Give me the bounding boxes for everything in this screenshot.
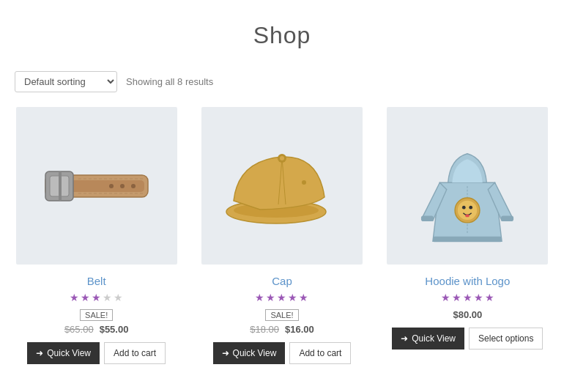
- arrow-icon: ➜: [36, 348, 43, 358]
- svg-point-6: [120, 184, 125, 188]
- add-to-cart-button-cap[interactable]: Add to cart: [289, 342, 351, 364]
- star-4: ★: [288, 292, 297, 303]
- svg-point-18: [462, 205, 466, 209]
- quick-view-button-cap[interactable]: ➜ Quick View: [213, 342, 286, 364]
- svg-point-19: [470, 205, 473, 209]
- star-1: ★: [70, 292, 79, 303]
- product-name-hoodie[interactable]: Hoodie with Logo: [425, 275, 510, 287]
- star-5: ★: [114, 292, 123, 303]
- svg-point-20: [465, 214, 470, 217]
- quick-view-button-hoodie[interactable]: ➜ Quick View: [392, 328, 464, 350]
- price-wrap-cap: $18.00 $16.00: [250, 324, 314, 335]
- svg-rect-4: [59, 171, 62, 201]
- product-image-cap: [201, 107, 363, 265]
- card-actions-belt: ➜ Quick View Add to cart: [11, 342, 182, 364]
- product-stars-hoodie: ★ ★ ★ ★ ★: [441, 292, 494, 303]
- star-3: ★: [92, 292, 101, 303]
- star-1: ★: [441, 292, 450, 303]
- star-5: ★: [485, 292, 494, 303]
- page-title: Shop: [0, 0, 564, 64]
- select-options-button-hoodie[interactable]: Select options: [469, 328, 543, 350]
- quick-view-button-belt[interactable]: ➜ Quick View: [27, 342, 100, 364]
- star-4: ★: [474, 292, 483, 303]
- product-card-cap: Cap ★ ★ ★ ★ ★ SALE! $18.00 $16.00 ➜ Quic…: [196, 107, 367, 364]
- sale-badge-belt: SALE!: [80, 309, 113, 321]
- svg-point-13: [280, 156, 284, 160]
- svg-point-5: [109, 184, 114, 188]
- product-name-cap[interactable]: Cap: [272, 275, 292, 287]
- star-3: ★: [277, 292, 286, 303]
- star-1: ★: [255, 292, 264, 303]
- star-3: ★: [463, 292, 472, 303]
- star-2: ★: [266, 292, 275, 303]
- price-single-hoodie: $80.00: [453, 309, 482, 320]
- price-new-belt: $55.00: [100, 324, 129, 335]
- toolbar: Default sortingSort by popularitySort by…: [0, 64, 564, 107]
- quick-view-label: Quick View: [47, 348, 91, 358]
- product-name-belt[interactable]: Belt: [87, 275, 106, 287]
- product-card-hoodie: Hoodie with Logo ★ ★ ★ ★ ★ $80.00 ➜ Quic…: [382, 107, 553, 364]
- star-2: ★: [452, 292, 461, 303]
- price-old-cap: $18.00: [250, 324, 279, 335]
- price-new-cap: $16.00: [285, 324, 314, 335]
- card-actions-hoodie: ➜ Quick View Select options: [382, 328, 553, 350]
- star-4: ★: [103, 292, 112, 303]
- add-to-cart-button-belt[interactable]: Add to cart: [104, 342, 166, 364]
- product-image-hoodie: [387, 107, 548, 265]
- star-5: ★: [299, 292, 308, 303]
- svg-rect-23: [433, 236, 502, 242]
- card-actions-cap: ➜ Quick View Add to cart: [196, 342, 367, 364]
- product-stars-belt: ★ ★ ★ ★ ★: [70, 292, 123, 303]
- results-count: Showing all 8 results: [126, 76, 213, 87]
- svg-rect-22: [501, 215, 513, 221]
- sale-badge-cap: SALE!: [265, 309, 298, 321]
- product-card-belt: Belt ★ ★ ★ ★ ★ SALE! $65.00 $55.00 ➜ Qui…: [11, 107, 182, 364]
- svg-point-14: [302, 180, 306, 185]
- star-2: ★: [81, 292, 90, 303]
- product-image-belt: [16, 107, 177, 265]
- arrow-icon: ➜: [222, 348, 229, 358]
- product-stars-cap: ★ ★ ★ ★ ★: [255, 292, 308, 303]
- products-grid: Belt ★ ★ ★ ★ ★ SALE! $65.00 $55.00 ➜ Qui…: [0, 107, 564, 386]
- sort-select[interactable]: Default sortingSort by popularitySort by…: [15, 71, 117, 92]
- price-old-belt: $65.00: [64, 324, 94, 335]
- quick-view-label: Quick View: [233, 348, 277, 358]
- svg-rect-21: [421, 215, 434, 221]
- arrow-icon: ➜: [401, 333, 408, 344]
- price-wrap-belt: $65.00 $55.00: [64, 324, 129, 335]
- quick-view-label: Quick View: [412, 333, 456, 344]
- svg-point-7: [131, 184, 136, 188]
